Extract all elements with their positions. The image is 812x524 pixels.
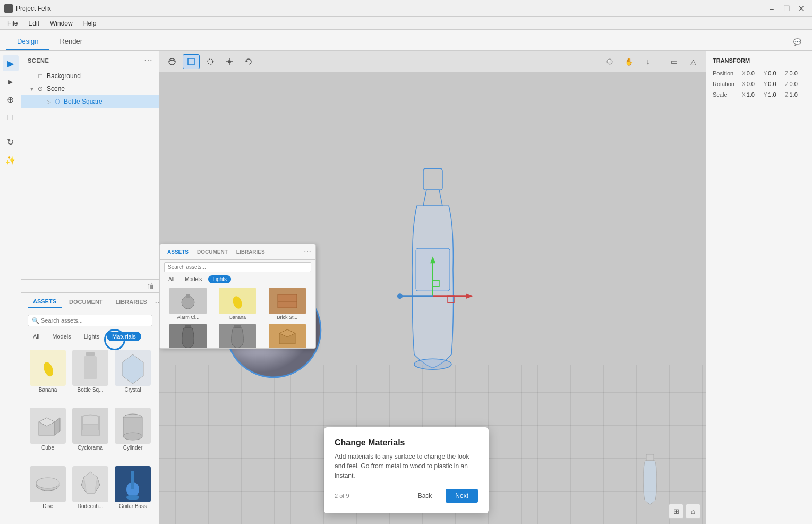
magic-tool[interactable]: ✨ xyxy=(3,152,19,168)
home-view-btn[interactable]: ⌂ xyxy=(686,504,700,519)
chat-icon[interactable]: 💬 xyxy=(789,33,806,50)
rotation-y-group: Y 0.0 xyxy=(764,81,783,87)
next-button[interactable]: Next xyxy=(446,489,478,503)
menu-file[interactable]: File xyxy=(2,19,23,28)
scale-z-value[interactable]: 1.0 xyxy=(789,91,804,98)
asset-dodecahedron[interactable]: Dodecah... xyxy=(70,464,110,520)
position-y-value[interactable]: 0.0 xyxy=(768,70,783,77)
pan-tool-btn[interactable]: ✋ xyxy=(620,54,637,69)
mini-asset-bottle-bo2[interactable]: Bottle bo... xyxy=(213,323,261,348)
frame-btn[interactable] xyxy=(183,54,200,69)
tooltip-description: Add materials to any surface to change t… xyxy=(335,452,478,480)
asset-crystal[interactable]: Crystal xyxy=(113,348,153,403)
undo-view-btn[interactable] xyxy=(240,54,257,69)
tree-label-background: Background xyxy=(47,72,81,80)
align-btn[interactable]: ↓ xyxy=(639,54,656,69)
asset-banana[interactable]: Banana xyxy=(28,348,68,403)
mini-search-input[interactable] xyxy=(164,262,311,272)
mini-asset-brick[interactable]: Brick St... xyxy=(263,286,311,321)
scale-y-value[interactable]: 1.0 xyxy=(768,91,783,98)
mini-filter-models[interactable]: Models xyxy=(181,275,206,283)
rotation-z-value[interactable]: 0.0 xyxy=(789,81,804,87)
mini-tab-document[interactable]: DOCUMENT xyxy=(194,248,231,256)
mini-asset-box-cho[interactable]: Box Cho... xyxy=(263,323,311,348)
orbit-btn[interactable] xyxy=(164,54,181,69)
mini-tab-libraries[interactable]: LIBRARIES xyxy=(233,248,268,256)
assets-grid: Banana Bottle Sq... Crystal xyxy=(21,343,159,524)
scene-bottom: 🗑 xyxy=(21,279,159,292)
scene-tree: □ Background ▼ ⊙ Scene ▷ ⬡ Bottle Square xyxy=(21,70,159,279)
asset-cube[interactable]: Cube xyxy=(28,405,68,461)
asset-guitar[interactable]: Guitar Bass xyxy=(113,464,153,520)
close-button[interactable]: ✕ xyxy=(795,2,808,15)
mini-label-banana-mini: Banana xyxy=(229,315,246,320)
viewport[interactable]: ✋ ↓ ▭ △ xyxy=(159,51,706,524)
box-tool[interactable]: □ xyxy=(3,109,19,125)
mini-asset-bottle-bo[interactable]: Bottle bo... xyxy=(164,323,212,348)
svg-point-14 xyxy=(36,478,59,488)
position-y-group: Y 0.0 xyxy=(764,70,783,77)
pan-btn[interactable] xyxy=(221,54,238,69)
filter-materials[interactable]: Materials xyxy=(107,332,141,341)
tab-assets[interactable]: ASSETS xyxy=(28,296,62,308)
svg-rect-43 xyxy=(646,454,654,461)
mini-filter-all[interactable]: All xyxy=(164,275,178,283)
search-input[interactable] xyxy=(28,315,152,326)
position-z-value[interactable]: 0.0 xyxy=(789,70,804,77)
frame-view-btn[interactable]: ▭ xyxy=(665,54,682,69)
tab-render[interactable]: Render xyxy=(49,33,93,50)
mini-filter-lights[interactable]: Lights xyxy=(208,275,231,283)
rotation-x-value[interactable]: 0.0 xyxy=(747,81,762,87)
asset-disc[interactable]: Disc xyxy=(28,464,68,520)
position-x-value[interactable]: 0.0 xyxy=(747,70,762,77)
materials-highlight xyxy=(104,329,125,350)
back-button[interactable]: Back xyxy=(408,489,442,503)
maximize-button[interactable]: ☐ xyxy=(780,2,793,15)
bottle-expand-icon[interactable]: ▷ xyxy=(45,97,53,106)
tooltip-popup: Change Materials Add materials to any su… xyxy=(324,427,489,513)
tree-item-background[interactable]: □ Background xyxy=(21,70,159,82)
menu-help[interactable]: Help xyxy=(78,19,102,28)
direct-select-tool[interactable]: ▸ xyxy=(3,73,19,89)
mini-asset-banana-mini[interactable]: Banana xyxy=(213,286,261,321)
menu-window[interactable]: Window xyxy=(45,19,78,28)
svg-point-40 xyxy=(397,293,403,299)
transform-tool[interactable]: ⊕ xyxy=(3,91,19,107)
mini-asset-alarm[interactable]: Alarm Cl... xyxy=(164,286,212,321)
material-view-btn[interactable] xyxy=(601,54,618,69)
scale-z-label: Z xyxy=(785,92,788,98)
mini-panel-more[interactable]: ⋯ xyxy=(304,248,311,256)
select-tool[interactable]: ▶ xyxy=(3,55,19,71)
asset-cyclorama[interactable]: Cyclorama xyxy=(70,405,110,461)
tab-design[interactable]: Design xyxy=(6,33,49,50)
rotate-tool[interactable]: ↻ xyxy=(3,134,19,150)
svg-rect-22 xyxy=(190,60,193,63)
expand-icon[interactable]: ▼ xyxy=(28,84,36,93)
delete-icon[interactable]: 🗑 xyxy=(147,282,155,290)
scene-more-icon[interactable]: ⋯ xyxy=(144,55,152,65)
scale-x-value[interactable]: 1.0 xyxy=(747,91,762,98)
assets-panel-header: ASSETS DOCUMENT LIBRARIES ⋯ xyxy=(21,293,159,311)
rotation-y-value[interactable]: 0.0 xyxy=(768,81,783,87)
asset-label-crystal: Crystal xyxy=(124,387,141,393)
left-toolbar: ▶ ▸ ⊕ □ ↻ ✨ xyxy=(0,51,21,524)
menu-edit[interactable]: Edit xyxy=(23,19,45,28)
grid-toggle-btn[interactable]: ⊞ xyxy=(669,504,683,519)
asset-thumb-bottle-sq xyxy=(72,350,108,386)
rotate-btn[interactable] xyxy=(202,54,219,69)
position-x-label: X xyxy=(742,71,746,77)
filter-lights[interactable]: Lights xyxy=(79,332,105,341)
minimize-button[interactable]: – xyxy=(765,2,778,15)
shading-btn[interactable]: △ xyxy=(685,54,702,69)
tab-libraries[interactable]: LIBRARIES xyxy=(110,297,152,307)
tree-item-scene[interactable]: ▼ ⊙ Scene xyxy=(21,82,159,95)
scale-y-group: Y 1.0 xyxy=(764,91,783,98)
asset-bottle-sq[interactable]: Bottle Sq... xyxy=(70,348,110,403)
asset-cylinder[interactable]: Cylinder xyxy=(113,405,153,461)
bottle-icon: ⬡ xyxy=(53,97,62,106)
filter-all[interactable]: All xyxy=(28,332,45,341)
tree-item-bottle[interactable]: ▷ ⬡ Bottle Square xyxy=(21,95,159,108)
filter-models[interactable]: Models xyxy=(47,332,76,341)
tab-document[interactable]: DOCUMENT xyxy=(64,297,108,307)
mini-tab-assets[interactable]: ASSETS xyxy=(164,248,192,256)
